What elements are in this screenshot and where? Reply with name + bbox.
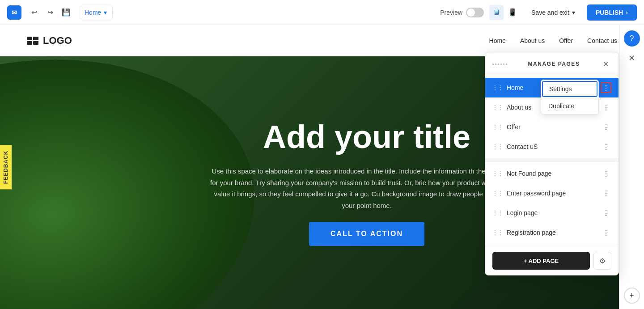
save-button[interactable]: 💾 <box>59 5 73 20</box>
drag-icon: ⋮⋮ <box>492 190 503 196</box>
page-item-registration[interactable]: ⋮⋮ Registration page ⋮ <box>485 223 619 242</box>
page-selector-label: Home <box>85 9 101 16</box>
dropdown-settings[interactable]: Settings <box>542 81 597 97</box>
drag-icon: ⋮⋮ <box>492 210 503 216</box>
panel-drag-handle[interactable] <box>492 63 507 65</box>
drag-icon: ⋮⋮ <box>492 170 503 177</box>
desktop-view-button[interactable]: 🖥 <box>489 5 504 20</box>
sidebar-add-button[interactable]: + <box>624 288 640 304</box>
feedback-tab[interactable]: FEEDBACK <box>0 145 12 189</box>
drag-icon: ⋮⋮ <box>492 85 503 91</box>
topbar: ✉ ↩ ↪ 💾 Home ▾ Preview 🖥 📱 Save and exit… <box>0 0 644 25</box>
page-item-notfound[interactable]: ⋮⋮ Not Found page ⋮ <box>485 164 619 183</box>
chevron-right-icon: › <box>626 9 628 16</box>
pages-list: ⋮⋮ Home ⋮ Settings Duplicate ⋮⋮ About us… <box>485 74 619 246</box>
redo-button[interactable]: ↪ <box>43 5 57 20</box>
settings-icon: ⚙ <box>599 257 606 265</box>
nav-link-offer[interactable]: Offer <box>559 37 573 44</box>
right-sidebar: ? ✕ + <box>619 25 644 309</box>
page-more-button-contact[interactable]: ⋮ <box>601 141 611 152</box>
panel-close-button[interactable]: ✕ <box>601 59 611 69</box>
sidebar-help-button[interactable]: ? <box>624 30 640 47</box>
panel-title: MANAGE PAGES <box>528 61 580 67</box>
canvas-area: LOGO Home About us Offer Contact us Add … <box>0 25 644 309</box>
page-selector[interactable]: Home ▾ <box>79 6 113 19</box>
site-nav-links: Home About us Offer Contact us <box>489 37 617 44</box>
panel-settings-button[interactable]: ⚙ <box>593 252 611 270</box>
page-name-login: Login page <box>507 209 538 216</box>
mobile-view-button[interactable]: 📱 <box>505 5 520 20</box>
nav-link-about[interactable]: About us <box>520 37 545 44</box>
hero-cta-button[interactable]: CALL TO ACTION <box>309 222 424 246</box>
page-more-button-notfound[interactable]: ⋮ <box>601 168 611 179</box>
preview-label: Preview <box>440 9 462 16</box>
toolbar-icons: ↩ ↪ 💾 <box>27 5 73 20</box>
logo-icon: ✉ <box>12 9 17 16</box>
page-item-login[interactable]: ⋮⋮ Login page ⋮ <box>485 203 619 223</box>
panel-footer: + ADD PAGE ⚙ <box>485 246 619 275</box>
hero-content: Add your title Use this space to elabora… <box>201 119 532 246</box>
site-logo: LOGO <box>27 35 72 47</box>
hero-title: Add your title <box>263 119 470 155</box>
add-page-button[interactable]: + ADD PAGE <box>492 252 590 270</box>
hero-description: Use this space to elaborate on the ideas… <box>210 165 523 211</box>
page-more-button-home[interactable]: ⋮ <box>601 82 611 93</box>
drag-icon: ⋮⋮ <box>492 124 503 130</box>
publish-button[interactable]: PUBLISH › <box>587 4 637 21</box>
publish-label: PUBLISH <box>596 9 623 16</box>
drag-icon: ⋮⋮ <box>492 229 503 236</box>
page-name-offer: Offer <box>507 123 521 131</box>
preview-toggle-group: Preview <box>440 8 484 17</box>
page-more-button-about[interactable]: ⋮ <box>601 102 611 113</box>
nav-link-home[interactable]: Home <box>489 37 506 44</box>
device-icons: 🖥 📱 <box>489 5 520 20</box>
drag-icon: ⋮⋮ <box>492 144 503 150</box>
page-name-home: Home <box>507 84 523 91</box>
page-more-button-registration[interactable]: ⋮ <box>601 227 611 238</box>
page-item-contact[interactable]: ⋮⋮ Contact uS ⋮ <box>485 137 619 157</box>
drag-icon: ⋮⋮ <box>492 104 503 110</box>
logo-bb-icon <box>27 37 39 45</box>
page-name-contact: Contact uS <box>507 143 538 150</box>
chevron-down-icon: ▾ <box>572 9 575 16</box>
undo-button[interactable]: ↩ <box>27 5 41 20</box>
page-name-password: Enter password page <box>507 190 566 197</box>
page-name-notfound: Not Found page <box>507 170 551 177</box>
page-item-offer[interactable]: ⋮⋮ Offer ⋮ <box>485 117 619 137</box>
save-exit-label: Save and exit <box>531 9 569 16</box>
manage-pages-panel: MANAGE PAGES ✕ ⋮⋮ Home ⋮ Settings Duplic… <box>485 52 619 275</box>
page-name-registration: Registration page <box>507 229 556 236</box>
preview-toggle[interactable] <box>466 8 484 17</box>
app-logo: ✉ <box>7 5 21 20</box>
save-and-exit-button[interactable]: Save and exit ▾ <box>525 5 581 20</box>
page-more-button-login[interactable]: ⋮ <box>601 207 611 218</box>
page-item-home[interactable]: ⋮⋮ Home ⋮ Settings Duplicate <box>485 78 619 97</box>
sidebar-close-button[interactable]: ✕ <box>624 50 640 66</box>
page-name-about: About us <box>507 104 531 111</box>
nav-link-contact[interactable]: Contact us <box>587 37 617 44</box>
panel-header: MANAGE PAGES ✕ <box>485 52 619 74</box>
page-dropdown-home: Settings Duplicate <box>541 80 599 114</box>
page-more-button-password[interactable]: ⋮ <box>601 188 611 199</box>
site-logo-text: LOGO <box>43 35 72 47</box>
dropdown-duplicate[interactable]: Duplicate <box>541 98 598 114</box>
page-separator <box>485 158 619 162</box>
page-more-button-offer[interactable]: ⋮ <box>601 122 611 132</box>
page-item-password[interactable]: ⋮⋮ Enter password page ⋮ <box>485 183 619 203</box>
chevron-down-icon: ▾ <box>104 9 107 16</box>
